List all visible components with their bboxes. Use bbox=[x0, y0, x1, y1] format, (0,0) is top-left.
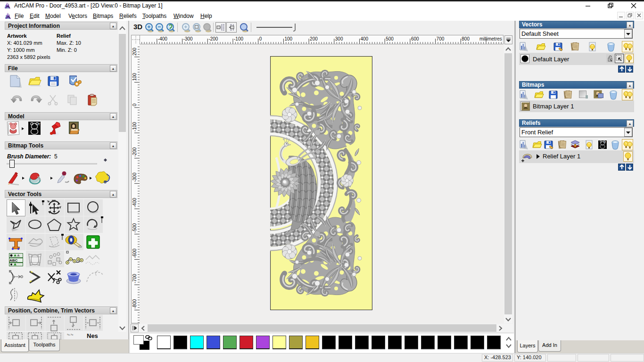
svg-text:-300: -300 bbox=[183, 36, 193, 41]
svg-text:-500: -500 bbox=[132, 223, 137, 232]
svg-text:-400: -400 bbox=[132, 198, 137, 207]
svg-text:200: 200 bbox=[132, 48, 137, 56]
svg-text:-800: -800 bbox=[132, 299, 137, 308]
svg-text:-400: -400 bbox=[158, 36, 167, 41]
svg-text:0: 0 bbox=[132, 103, 137, 106]
svg-text:600: 600 bbox=[411, 36, 419, 41]
svg-text:-700: -700 bbox=[132, 274, 137, 283]
svg-text:100: 100 bbox=[132, 73, 137, 81]
svg-text:400: 400 bbox=[361, 36, 369, 41]
svg-text:0: 0 bbox=[259, 36, 262, 41]
svg-text:Nes: Nes bbox=[87, 332, 98, 339]
svg-text:ABC: ABC bbox=[9, 258, 18, 263]
svg-text:500: 500 bbox=[386, 36, 394, 41]
svg-text:100: 100 bbox=[284, 36, 292, 41]
svg-text:700: 700 bbox=[437, 36, 445, 41]
svg-text:-200: -200 bbox=[208, 36, 218, 41]
svg-text:°º·°º: °º·°º bbox=[67, 334, 73, 337]
svg-text:T: T bbox=[604, 141, 606, 144]
svg-text:-300: -300 bbox=[132, 173, 137, 182]
svg-text:200: 200 bbox=[310, 36, 318, 41]
svg-text:-100: -100 bbox=[234, 36, 243, 41]
svg-text:-100: -100 bbox=[132, 122, 137, 131]
svg-text:300: 300 bbox=[335, 36, 343, 41]
svg-text:-200: -200 bbox=[132, 147, 137, 156]
svg-text:-600: -600 bbox=[132, 248, 137, 258]
svg-text:millimetres: millimetres bbox=[479, 36, 502, 41]
svg-text:T: T bbox=[38, 123, 41, 126]
svg-text:800: 800 bbox=[462, 36, 470, 41]
